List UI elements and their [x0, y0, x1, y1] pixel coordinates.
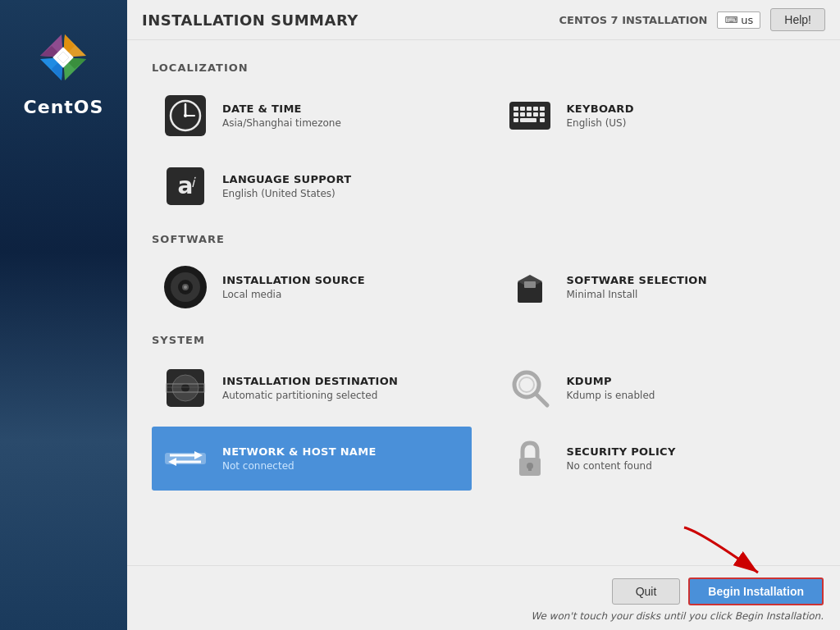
item-software-selection[interactable]: SOFTWARE SELECTION Minimal Install — [496, 255, 816, 319]
security-policy-desc: No content found — [567, 460, 676, 472]
item-kdump[interactable]: KDUMP Kdump is enabled — [496, 356, 816, 420]
svg-rect-9 — [527, 107, 532, 111]
svg-rect-15 — [533, 112, 538, 116]
svg-rect-30 — [524, 281, 536, 288]
security-policy-text: SECURITY POLICY No content found — [567, 445, 676, 472]
security-policy-icon — [504, 433, 555, 484]
svg-rect-14 — [527, 112, 532, 116]
kdump-text: KDUMP Kdump is enabled — [567, 375, 655, 401]
section-label-software: SOFTWARE — [152, 233, 815, 245]
keyboard-icon — [504, 90, 555, 141]
svg-point-27 — [184, 285, 187, 289]
language-text: LANGUAGE SUPPORT English (United States) — [222, 173, 351, 199]
bottombar-note: We won't touch your disks until you clic… — [531, 610, 824, 622]
svg-rect-17 — [514, 118, 518, 122]
quit-button[interactable]: Quit — [612, 578, 681, 605]
installation-source-icon — [160, 262, 211, 313]
svg-point-33 — [181, 384, 189, 392]
date-time-desc: Asia/Shanghai timezone — [222, 117, 341, 129]
main-area: INSTALLATION SUMMARY CENTOS 7 INSTALLATI… — [127, 0, 840, 630]
section-label-system: SYSTEM — [152, 334, 815, 346]
keyboard-small-icon: ⌨ — [724, 15, 737, 25]
software-selection-name: SOFTWARE SELECTION — [567, 274, 707, 286]
bottombar: Quit Begin Installation We won't touch y… — [127, 565, 840, 630]
item-network-hostname[interactable]: NETWORK & HOST NAME Not connected — [152, 427, 472, 491]
svg-rect-46 — [528, 466, 532, 471]
svg-rect-12 — [514, 112, 518, 116]
section-label-localization: LOCALIZATION — [152, 62, 815, 74]
begin-installation-button[interactable]: Begin Installation — [688, 578, 824, 605]
installation-source-text: INSTALLATION SOURCE Local media — [222, 274, 365, 300]
keyboard-text: KEYBOARD English (US) — [567, 103, 634, 129]
keyboard-desc: English (US) — [567, 117, 634, 129]
topbar-right: CENTOS 7 INSTALLATION ⌨ us Help! — [559, 8, 825, 31]
svg-point-5 — [184, 114, 187, 117]
svg-rect-19 — [540, 118, 545, 122]
page-title: INSTALLATION SUMMARY — [142, 11, 358, 29]
kdump-name: KDUMP — [567, 375, 655, 387]
keyboard-lang-input[interactable]: ⌨ us — [717, 11, 760, 29]
content-area: LOCALIZATION DATE & TIME Asia/Shanghai t… — [127, 40, 840, 565]
kdump-desc: Kdump is enabled — [567, 390, 655, 401]
network-text: NETWORK & HOST NAME Not connected — [222, 445, 377, 472]
software-selection-desc: Minimal Install — [567, 289, 707, 300]
installation-destination-text: INSTALLATION DESTINATION Automatic parti… — [222, 375, 398, 401]
software-grid: INSTALLATION SOURCE Local media SOFTWARE… — [152, 255, 815, 319]
help-button[interactable]: Help! — [770, 8, 825, 31]
software-selection-icon — [504, 262, 555, 313]
svg-rect-16 — [540, 112, 545, 116]
svg-rect-7 — [514, 107, 518, 111]
software-selection-text: SOFTWARE SELECTION Minimal Install — [567, 274, 707, 300]
network-name: NETWORK & HOST NAME — [222, 445, 377, 458]
installation-source-desc: Local media — [222, 289, 365, 300]
language-icon: a i — [160, 161, 211, 212]
network-desc: Not connected — [222, 460, 377, 472]
installation-destination-desc: Automatic partitioning selected — [222, 390, 398, 401]
installation-destination-name: INSTALLATION DESTINATION — [222, 375, 398, 387]
keyboard-lang-value: us — [741, 14, 753, 26]
date-time-icon — [160, 90, 211, 141]
language-name: LANGUAGE SUPPORT — [222, 173, 351, 185]
centos-logo-text: CentOS — [24, 97, 104, 117]
system-grid: INSTALLATION DESTINATION Automatic parti… — [152, 356, 815, 491]
kdump-icon — [504, 363, 555, 413]
date-time-name: DATE & TIME — [222, 103, 341, 115]
svg-rect-13 — [520, 112, 525, 116]
item-installation-destination[interactable]: INSTALLATION DESTINATION Automatic parti… — [152, 356, 472, 420]
svg-point-38 — [519, 377, 534, 392]
installation-destination-icon — [160, 363, 211, 413]
item-security-policy[interactable]: SECURITY POLICY No content found — [496, 427, 816, 491]
centos-install-label: CENTOS 7 INSTALLATION — [559, 14, 707, 26]
installation-source-name: INSTALLATION SOURCE — [222, 274, 365, 286]
item-language-support[interactable]: a i LANGUAGE SUPPORT English (United Sta… — [152, 154, 472, 218]
keyboard-name: KEYBOARD — [567, 103, 634, 115]
svg-line-37 — [536, 394, 547, 405]
security-policy-name: SECURITY POLICY — [567, 445, 676, 458]
svg-rect-18 — [520, 118, 536, 122]
svg-rect-10 — [533, 107, 538, 111]
network-icon — [160, 433, 211, 484]
svg-rect-11 — [540, 107, 545, 111]
item-date-time[interactable]: DATE & TIME Asia/Shanghai timezone — [152, 84, 472, 148]
topbar: INSTALLATION SUMMARY CENTOS 7 INSTALLATI… — [127, 0, 840, 40]
centos-logo-icon — [30, 25, 96, 90]
language-desc: English (United States) — [222, 188, 351, 199]
centos-logo: CentOS — [24, 25, 104, 117]
bottombar-buttons: Quit Begin Installation — [612, 578, 824, 605]
item-installation-source[interactable]: INSTALLATION SOURCE Local media — [152, 255, 472, 319]
date-time-text: DATE & TIME Asia/Shanghai timezone — [222, 103, 341, 129]
sidebar: CentOS — [0, 0, 127, 630]
localization-grid: DATE & TIME Asia/Shanghai timezone — [152, 84, 815, 218]
svg-rect-8 — [520, 107, 525, 111]
item-keyboard[interactable]: KEYBOARD English (US) — [496, 84, 816, 148]
